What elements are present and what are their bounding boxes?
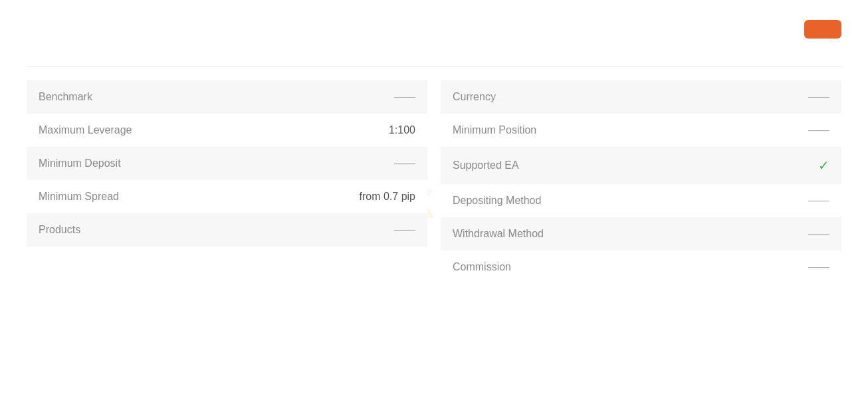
row-label: Supported EA — [453, 159, 519, 171]
table-row: Currency—— — [441, 80, 841, 114]
row-value: —— — [394, 91, 415, 103]
table-row: Minimum Deposit—— — [27, 147, 427, 180]
data-grid: Benchmark——Maximum Leverage1:100Minimum … — [27, 80, 841, 284]
sub-tabs — [27, 58, 841, 67]
table-row: Benchmark—— — [27, 80, 427, 114]
row-value: —— — [808, 228, 829, 240]
row-value: 1:100 — [389, 124, 415, 136]
table-row: Depositing Method—— — [441, 184, 841, 217]
table-row: Minimum Spreadfrom 0.7 pip — [27, 180, 427, 213]
row-label: Depositing Method — [453, 195, 541, 207]
table-row: Withdrawal Method—— — [441, 217, 841, 250]
row-value: —— — [808, 195, 829, 207]
row-label: Minimum Position — [453, 124, 536, 136]
row-label: Currency — [453, 91, 496, 103]
table-row: Products—— — [27, 213, 427, 247]
row-value: from 0.7 pip — [360, 191, 415, 203]
table-row: Maximum Leverage1:100 — [27, 114, 427, 147]
table-row: Minimum Position—— — [441, 114, 841, 147]
compare-button[interactable] — [804, 20, 841, 39]
row-label: Minimum Spread — [39, 191, 119, 203]
right-section: Currency——Minimum Position——Supported EA… — [441, 80, 841, 284]
table-row: Supported EA✓ — [441, 147, 841, 184]
row-value: ✓ — [818, 157, 829, 173]
row-label: Maximum Leverage — [39, 124, 132, 136]
left-section: Benchmark——Maximum Leverage1:100Minimum … — [27, 80, 427, 284]
table-row: Commission—— — [441, 250, 841, 284]
row-value: —— — [808, 124, 829, 136]
row-label: Benchmark — [39, 91, 92, 103]
main-nav-tabs — [27, 26, 47, 33]
row-label: Minimum Deposit — [39, 157, 121, 169]
row-value: —— — [394, 157, 415, 169]
row-value: —— — [808, 91, 829, 103]
row-label: Withdrawal Method — [453, 228, 544, 240]
row-value: —— — [394, 224, 415, 236]
row-label: Products — [39, 224, 80, 236]
row-label: Commission — [453, 261, 511, 273]
row-value: —— — [808, 261, 829, 273]
header-nav — [27, 20, 841, 39]
